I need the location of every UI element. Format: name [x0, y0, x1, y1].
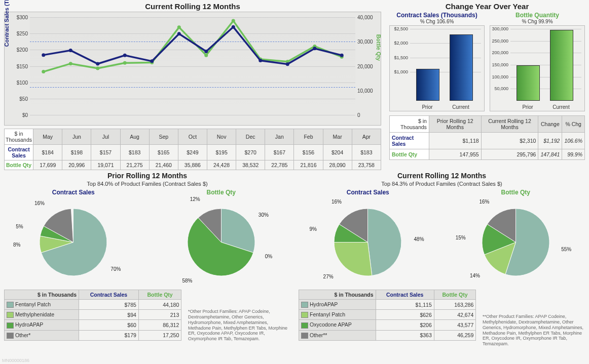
cell: 21,816: [294, 160, 323, 170]
month-header: Jul: [91, 129, 120, 145]
cell: $198: [62, 145, 91, 160]
y-left-tick: $150: [8, 63, 28, 69]
y-right-tick: 40,000: [357, 15, 380, 20]
y-left-tick: $200: [8, 47, 28, 53]
y-left-tick: $300: [8, 15, 28, 20]
current-table: $ in ThousandsContract SalesBottle QtyHy…: [299, 290, 476, 341]
watermark: MN00000186: [2, 358, 29, 363]
cell: $270: [236, 145, 265, 160]
pie-slice-label: 16%: [34, 200, 45, 206]
pie-slice-label: 27%: [323, 274, 334, 279]
cell: $2,310: [481, 133, 538, 149]
yoy-bottle-qty: Bottle Quantity % Chg 99.9% 50,000100,00…: [490, 12, 585, 111]
cell: 44,180: [138, 300, 181, 310]
cell: 99.9%: [562, 149, 585, 160]
table-corner: $ in Thousands: [5, 129, 33, 145]
pie-slice-label: 14%: [470, 273, 480, 278]
cell: 295,796: [481, 149, 538, 160]
panel-rolling-12: Current Rolling 12 Months Contract Sales…: [0, 0, 385, 170]
cell: 23,758: [352, 160, 381, 170]
pie-slice-label: 12%: [190, 196, 200, 202]
pie-slice-label: 55%: [561, 247, 571, 252]
yoy-bq-title: Bottle Quantity: [490, 12, 585, 19]
bar: [550, 30, 573, 101]
cell: 22,785: [265, 160, 294, 170]
cell: $94: [79, 310, 139, 320]
y-left-axis-title: Contract Sales (Thousands): [4, 0, 10, 47]
cell: $1,118: [429, 133, 481, 149]
pie-slice-label: 0%: [265, 254, 272, 259]
row-bottle-qty: Bottle Qty: [5, 160, 33, 170]
bar-ytick: 150,000: [491, 62, 508, 67]
cell: 43,577: [434, 320, 476, 330]
bar-xlabel: Current: [446, 104, 476, 110]
bar: [517, 65, 540, 101]
col-header: Prior Rolling 12 Months: [429, 116, 481, 133]
yoy-title: Change Year Over Year: [389, 2, 585, 11]
cell: $249: [178, 145, 207, 160]
cell: $195: [207, 145, 236, 160]
yoy-bq-subtitle: % Chg 99.9%: [490, 19, 585, 24]
cell: $785: [79, 300, 139, 310]
pie-slice-label: 15%: [456, 235, 466, 240]
col-header: Bottle Qty: [434, 290, 476, 300]
legend-name: Fentanyl Patch: [5, 300, 79, 310]
cell: 42,674: [434, 310, 476, 320]
cell: $183: [120, 145, 149, 160]
line-chart: Contract Sales (Thousands) Bottle Qty $0…: [4, 12, 381, 126]
cell: 17,250: [138, 330, 181, 340]
pie-slice-label: 16%: [332, 199, 342, 205]
cell: $184: [33, 145, 62, 160]
prior-subtitle: Top 84.0% of Product Familes (Contract S…: [4, 181, 290, 187]
month-header: Nov: [207, 129, 236, 145]
month-header: May: [33, 129, 62, 145]
pie-slice-label: 9%: [309, 226, 316, 232]
current-title: Current Rolling 12 Months: [299, 172, 585, 180]
pie-title: Contract Sales: [299, 189, 437, 196]
y-right-tick: 0: [357, 112, 380, 118]
bar-ytick: $2,000: [391, 41, 408, 46]
svg-point-23: [340, 54, 344, 57]
col-header: Bottle Qty: [138, 290, 181, 300]
panel-current-pies: Current Rolling 12 Months Top 84.3% of P…: [294, 170, 589, 362]
prior-footnote: *Other Product Families: APAP Codeine, D…: [188, 309, 289, 342]
y-left-tick: $250: [8, 31, 28, 36]
bar-ytick: 300,000: [491, 26, 508, 31]
svg-point-7: [232, 19, 235, 23]
rolling-table: $ in ThousandsMayJunJulAugSepOctNovDecJa…: [4, 129, 381, 170]
svg-point-12: [42, 53, 45, 57]
col-header: Contract Sales: [79, 290, 139, 300]
panel-prior-pies: Prior Rolling 12 Months Top 84.0% of Pro…: [0, 170, 294, 362]
yoy-table: $ in Thousands Prior Rolling 12 Months C…: [389, 115, 585, 160]
cell: $626: [376, 310, 434, 320]
cell: 19,071: [91, 160, 120, 170]
table-corner: $ in Thousands: [5, 290, 79, 300]
y-right-tick: 30,000: [357, 39, 380, 45]
svg-point-21: [286, 62, 289, 66]
yoy-cs-title: Contract Sales (Thousands): [389, 12, 485, 19]
cell: 21,460: [149, 160, 178, 170]
cell: 35,886: [178, 160, 207, 170]
current-subtitle: Top 84.3% of Product Familes (Contract S…: [299, 181, 585, 187]
col-header: % Chg: [562, 116, 585, 133]
bar-ytick: $1,000: [391, 69, 408, 74]
cell: 28,090: [323, 160, 352, 170]
pie-slice-label: 48%: [414, 236, 424, 242]
cell: 17,699: [33, 160, 62, 170]
svg-point-14: [96, 62, 99, 65]
cell: 46,259: [434, 330, 476, 340]
svg-point-1: [69, 62, 72, 65]
yoy-contract-sales: Contract Sales (Thousands) % Chg 106.6% …: [389, 12, 485, 111]
svg-point-19: [232, 25, 235, 29]
legend-name: Methylphenidate: [5, 310, 79, 320]
month-header: Apr: [352, 129, 381, 145]
cell: $179: [79, 330, 139, 340]
dashboard: Current Rolling 12 Months Contract Sales…: [0, 0, 589, 364]
cell: $167: [265, 145, 294, 160]
prior-title: Prior Rolling 12 Months: [4, 172, 290, 180]
col-header: Contract Sales: [376, 290, 434, 300]
legend-name: Oxycodone APAP: [299, 320, 376, 330]
svg-point-17: [177, 32, 181, 35]
legend-name: Fentanyl Patch: [299, 310, 376, 320]
pie-title: Bottle Qty: [447, 189, 585, 196]
